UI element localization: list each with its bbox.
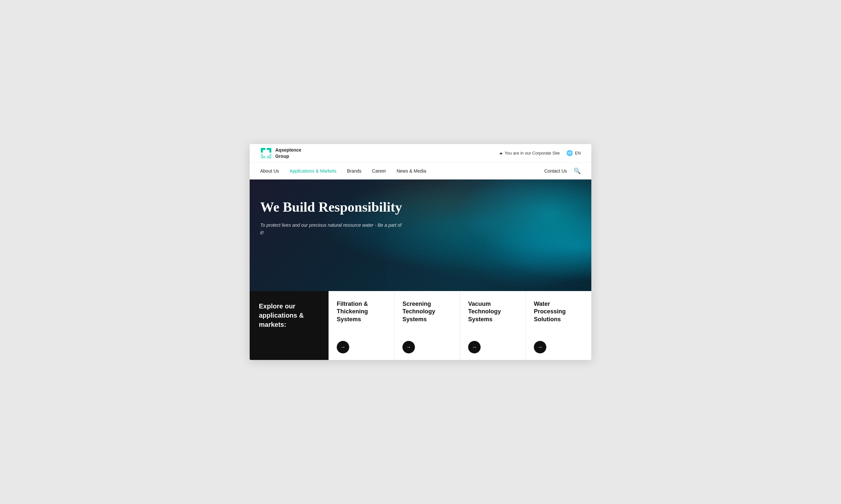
hero-content: We Build Responsibility To protect lives… [250, 179, 414, 236]
language-label: EN [575, 150, 581, 156]
app-card-water-title: Water Processing Solutions [534, 300, 583, 323]
search-icon[interactable]: 🔍 [573, 167, 581, 175]
top-bar: Aqseptence Group You are in our Corporat… [250, 144, 591, 162]
svg-rect-4 [263, 150, 269, 152]
app-card-vacuum[interactable]: Vacuum Technology Systems [460, 291, 526, 360]
explore-card: Explore our applications & markets: [250, 291, 328, 360]
nav-bar: About Us Applications & Markets Brands C… [250, 162, 591, 179]
corporate-label: You are in our Corporate Site [504, 150, 560, 156]
app-card-vacuum-title: Vacuum Technology Systems [468, 300, 518, 323]
hero-title: We Build Responsibility [260, 199, 404, 215]
language-selector[interactable]: 🌐 EN [566, 150, 581, 156]
vacuum-arrow-button[interactable] [468, 341, 481, 354]
nav-item-about[interactable]: About Us [260, 168, 279, 174]
nav-item-news[interactable]: News & Media [396, 168, 426, 174]
filtration-arrow-button[interactable] [337, 341, 349, 354]
screening-arrow-button[interactable] [402, 341, 415, 354]
top-bar-right: You are in our Corporate Site 🌐 EN [499, 150, 581, 156]
logo[interactable]: Aqseptence Group [260, 147, 301, 159]
globe-icon: 🌐 [566, 150, 573, 156]
applications-grid: Explore our applications & markets: Filt… [250, 291, 591, 360]
app-card-screening-title: Screening Technology Systems [402, 300, 452, 323]
nav-item-brands[interactable]: Brands [347, 168, 361, 174]
water-arrow-button[interactable] [534, 341, 546, 354]
hero-subtitle: To protect lives and our precious natura… [260, 221, 404, 236]
nav-right: Contact Us 🔍 [544, 167, 581, 175]
nav-left: About Us Applications & Markets Brands C… [260, 168, 426, 174]
app-card-screening[interactable]: Screening Technology Systems [394, 291, 460, 360]
svg-rect-5 [263, 153, 269, 156]
browser-window: Aqseptence Group You are in our Corporat… [250, 144, 591, 360]
chevron-up-icon [499, 152, 503, 154]
hero-section: We Build Responsibility To protect lives… [250, 179, 591, 291]
logo-text: Aqseptence Group [275, 147, 301, 159]
logo-icon [260, 147, 272, 159]
app-card-filtration[interactable]: Filtration & Thickening Systems [328, 291, 394, 360]
app-card-water[interactable]: Water Processing Solutions [526, 291, 591, 360]
app-card-filtration-title: Filtration & Thickening Systems [337, 300, 386, 323]
contact-us-link[interactable]: Contact Us [544, 168, 567, 174]
hero-water-visual [386, 179, 591, 291]
nav-item-applications[interactable]: Applications & Markets [290, 168, 337, 174]
explore-card-text: Explore our applications & markets: [259, 302, 319, 329]
corporate-site[interactable]: You are in our Corporate Site [499, 150, 560, 156]
nav-item-career[interactable]: Career [372, 168, 386, 174]
